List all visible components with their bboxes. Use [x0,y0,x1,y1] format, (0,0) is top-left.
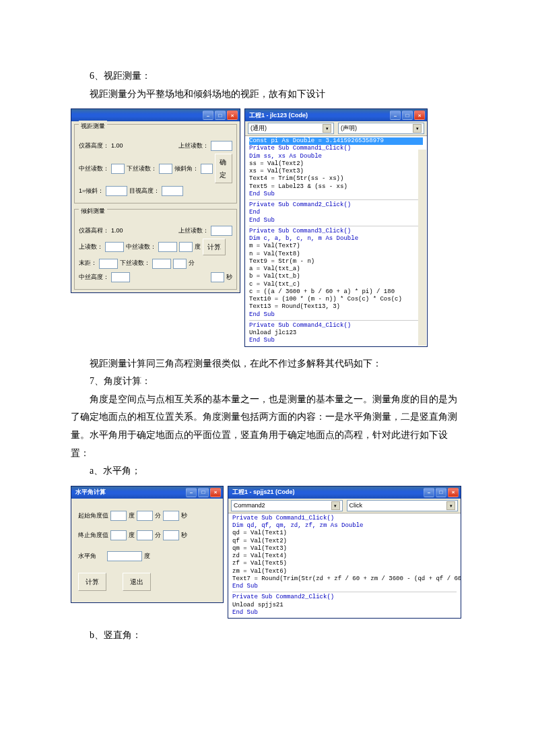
code-line: End Sub [232,609,457,617]
input-sec[interactable] [163,511,179,521]
chevron-down-icon: ▾ [413,124,422,133]
input-field[interactable] [111,272,130,282]
close-icon[interactable]: × [227,111,238,120]
input-field[interactable] [158,242,177,252]
input-field[interactable] [159,164,172,174]
input-field[interactable] [211,272,224,282]
label: 中丝高度： [79,272,109,283]
code-line: Private Sub Command3_Click() [249,228,423,235]
code-line: End Sub [249,217,423,224]
calc-button[interactable]: 计算 [203,239,226,255]
object-dropdown[interactable]: Command2 ▾ [231,500,343,511]
code-line: Private Sub Command1_Click() [249,145,423,152]
code-line: Dim qd, qf, qm, zd, zf, zm As Double [232,522,457,530]
code-body[interactable]: Private Sub Command1_Click()Dim qd, qf, … [228,513,461,618]
label: 上丝读数： [178,140,209,152]
code-body[interactable]: Const pi As Double = 3.14159265358979Pri… [245,136,427,346]
label: 上丝读数： [178,225,209,237]
input-field[interactable] [99,259,118,269]
input-field[interactable] [162,186,183,196]
input-field[interactable] [201,164,213,174]
exit-button[interactable]: 退出 [123,573,151,591]
maximize-icon[interactable]: □ [402,111,413,120]
label-start-angle: 起始角度值 [78,510,108,522]
unit-sec: 秒 [181,510,187,522]
titlebar: – □ × [71,109,240,121]
heading-7: 7、角度计算： [71,373,463,391]
groupbox-flat: 视距测量 仪器高度： 1.00 上丝读数： 中丝读数： 下丝读数： 倾斜角： 确… [74,124,237,203]
code-window-jlc123: 工程1 - jlc123 (Code) – □ × (通用) ▾ (声明) ▾ [244,108,428,347]
maximize-icon[interactable]: □ [436,488,446,497]
code-line: xs = Val(Text3) [249,168,423,175]
code-line: zm = Val(Text6) [232,568,457,575]
minimize-icon[interactable]: – [424,488,434,497]
output-angle[interactable] [107,551,142,561]
maximize-icon[interactable]: □ [198,488,209,497]
code-line: Private Sub Command1_Click() [232,515,457,522]
close-icon[interactable]: × [414,111,425,120]
label: 1=倾斜： [79,185,104,197]
input-min[interactable] [137,530,153,540]
label: 目视高度： [129,185,160,197]
confirm-button[interactable]: 确定 [215,154,232,183]
close-icon[interactable]: × [448,488,459,497]
paragraph: 视距测量分为平整场地和倾斜场地的视距，故有如下设计 [71,86,463,104]
unit-deg: 度 [144,550,150,562]
chevron-down-icon: ▾ [331,501,340,510]
titlebar: 水平角计算 – □ × [71,486,223,499]
label: 度 [195,241,201,253]
input-field[interactable] [173,259,187,269]
code-line: End [249,209,423,216]
code-line: c = ((a / 3600 + b / 60 + a) * pi) / 180 [249,288,423,296]
input-field[interactable] [106,186,127,196]
input-min[interactable] [137,511,153,521]
dropdown-value: (通用) [251,123,267,134]
chevron-down-icon: ▾ [446,501,455,510]
label: 仪器高度： [79,140,109,152]
code-line: ss = Val(Text2) [249,160,423,168]
label: 分 [189,257,195,269]
code-line: Text7 = Round(Trim(Str(zd + zf / 60 + zm… [232,575,457,583]
close-icon[interactable]: × [210,488,221,497]
input-field[interactable] [211,226,232,236]
object-dropdown[interactable]: (通用) ▾ [248,123,334,134]
input-field[interactable] [179,242,193,252]
paragraph: b、竖直角： [71,627,463,645]
form-window-shiju: – □ × 视距测量 仪器高度： 1.00 上丝读数： 中丝读数： 下丝读数 [71,108,240,292]
code-line: c = Val(txt_c) [249,281,423,288]
input-field[interactable] [105,242,124,252]
code-line: Text4 = Trim(Str(ss - xs)) [249,175,423,183]
minimize-icon[interactable]: – [390,111,401,120]
input-field[interactable] [211,141,232,151]
minimize-icon[interactable]: – [203,111,213,120]
input-field[interactable] [152,259,171,269]
code-line: Text5 = Label23 & (ss - xs) [249,183,423,191]
input-field[interactable] [111,164,125,174]
code-line: zd = Val(Text4) [232,553,457,560]
form-window-spj: 水平角计算 – □ × 起始角度值 度 分 秒 终止角度 [71,486,224,603]
proc-dropdown[interactable]: Click ▾ [347,500,459,511]
input-deg[interactable] [110,530,127,540]
code-line: Private Sub Command4_Click() [249,322,423,329]
input-sec[interactable] [163,530,179,540]
label: 中丝读数： [126,241,156,253]
code-line: Text10 = (100 * (m - n)) * Cos(c) * Cos(… [249,296,423,303]
code-line: a = Val(txt_a) [249,265,423,273]
minimize-icon[interactable]: – [186,488,197,497]
code-line: n = Val(Text8) [249,251,423,258]
label-end-angle: 终止角度值 [78,530,108,541]
maximize-icon[interactable]: □ [215,111,226,120]
code-line: Text13 = Round(Text13, 3) [249,303,423,311]
proc-dropdown[interactable]: (声明) ▾ [338,123,424,134]
code-line: End Sub [249,191,423,198]
label-hangle: 水平角 [78,550,96,562]
value: 1.00 [111,225,123,237]
label: 下丝读数： [120,257,150,269]
unit-deg: 度 [129,510,135,522]
code-toolbar: Command2 ▾ Click ▾ [228,499,461,513]
input-deg[interactable] [110,511,127,521]
unit-min: 分 [155,510,161,522]
calc-button[interactable]: 计算 [78,573,106,591]
heading-6: 6、视距测量： [71,67,463,86]
scrollbar[interactable] [418,150,426,346]
